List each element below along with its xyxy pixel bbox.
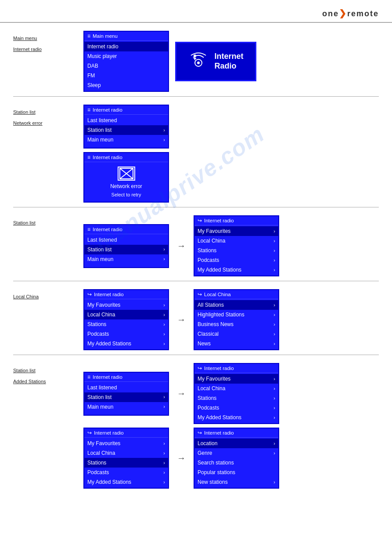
screen-item-label: Popular stations — [198, 468, 235, 476]
chevron-icon: › — [163, 340, 165, 348]
screen-item[interactable]: New stations› — [194, 477, 278, 487]
screen-item[interactable]: Station list› — [84, 125, 168, 135]
chevron-icon: › — [163, 311, 165, 319]
screen-item[interactable]: Sleep — [84, 80, 168, 90]
screen-item[interactable]: Stations› — [84, 458, 168, 468]
screen-title: Internet radio — [93, 227, 122, 232]
screen-item-label: Local China — [198, 237, 225, 245]
screen-item[interactable]: Genre› — [194, 448, 278, 458]
screen-title: Main menu — [93, 33, 118, 39]
screen-item[interactable]: Stations› — [194, 246, 278, 255]
screen-title-bar: ↪ Internet radio — [194, 216, 278, 225]
screen-item[interactable]: News› — [194, 339, 278, 348]
screen-item[interactable]: Main meun› — [84, 402, 168, 412]
screen-item-label: News — [198, 340, 211, 348]
screen-item-label: Location — [198, 439, 217, 447]
screen-item[interactable]: Location› — [194, 439, 278, 448]
screen-item[interactable]: Station list› — [84, 392, 168, 402]
chevron-icon: › — [163, 330, 165, 338]
screen-item[interactable]: All Stations› — [194, 300, 278, 310]
screen-item-label: Classical — [198, 330, 219, 338]
screen-item[interactable]: My Favourites› — [194, 374, 278, 384]
broken-image-icon — [118, 167, 135, 181]
chevron-icon: › — [163, 136, 165, 144]
side-labels: Station listAdded Stations — [13, 363, 83, 385]
screen-item[interactable]: Podcasts› — [194, 255, 278, 265]
screen-item[interactable]: Local China› — [84, 310, 168, 319]
screen-item-label: Genre — [198, 449, 212, 457]
screen-item[interactable]: Last listened — [84, 235, 168, 245]
screen-item[interactable]: Local China› — [84, 448, 168, 458]
screen-item[interactable]: Podcasts› — [84, 468, 168, 477]
screen-item[interactable]: Highlighted Stations› — [194, 310, 278, 319]
screen-item[interactable]: My Added Stations› — [84, 339, 168, 348]
screen-item[interactable]: Stations› — [84, 319, 168, 329]
screen-item[interactable]: Podcasts› — [84, 329, 168, 339]
arrow-between: → — [177, 453, 186, 463]
network-error-body: Network error Select to retry — [84, 162, 168, 202]
radio-icon — [188, 50, 209, 73]
screen-item[interactable]: Popular stations — [194, 468, 278, 477]
screen-icon: ≡ — [87, 374, 90, 380]
screen-item[interactable]: Local China› — [194, 236, 278, 246]
screen-item-label: My Favourites — [198, 375, 230, 383]
chevron-icon: › — [273, 301, 275, 309]
side-label: Internet radio — [13, 46, 83, 53]
svg-point-2 — [194, 54, 196, 57]
screen-item[interactable]: Local China› — [194, 384, 278, 393]
screen-item[interactable]: DAB — [84, 61, 168, 71]
screen-item-label: Business News — [198, 320, 234, 328]
screen-item-label: Stations — [87, 320, 106, 328]
screen-item[interactable]: Station list› — [84, 245, 168, 254]
screen-item[interactable]: FM — [84, 71, 168, 80]
screen-title: Internet radio — [94, 292, 124, 297]
chevron-icon: › — [163, 459, 165, 467]
screen-item[interactable]: My Favourites› — [84, 300, 168, 310]
screen-item[interactable]: Main meun› — [84, 254, 168, 264]
screen-item[interactable]: My Favourites› — [194, 226, 278, 236]
screen-item[interactable]: Last listened — [84, 383, 168, 392]
screen-items: My Favourites› Local China› Stations› Po… — [84, 438, 168, 488]
screen-item[interactable]: Main meun› — [84, 135, 168, 145]
side-label: Main menu — [13, 35, 83, 42]
screen-item-label: Internet radio — [87, 43, 119, 51]
screen-item-label: Local China — [87, 449, 115, 457]
screen-item-label: Highlighted Stations — [198, 311, 245, 319]
screen-title-bar: ↪ Local China — [194, 290, 278, 299]
screen-item[interactable]: Podcasts› — [194, 403, 278, 413]
side-label: Station list — [13, 367, 83, 374]
network-error-screen: ≡ Internet radio Network error Select to… — [83, 152, 169, 203]
screen-item[interactable]: Music player — [84, 51, 168, 61]
screen-item[interactable]: Classical› — [194, 329, 278, 339]
chevron-icon: › — [273, 330, 275, 338]
chevron-icon: › — [273, 479, 275, 486]
side-label: Station list — [13, 220, 83, 226]
chevron-icon: › — [273, 311, 275, 319]
screen-item[interactable]: Search stations — [194, 458, 278, 468]
side-labels: Station listNetwork error — [13, 105, 83, 127]
screen-item[interactable]: Last listened — [84, 116, 168, 125]
screen-item[interactable]: My Favourites› — [84, 439, 168, 448]
blue-screen: ↪ Internet radio My Favourites› Local Ch… — [194, 215, 279, 276]
screen-row-row4: ↪ Internet radio My Favourites› Local Ch… — [83, 289, 379, 350]
screen-item[interactable]: My Added Stations› — [194, 265, 278, 275]
screen-title: Internet radio — [204, 218, 234, 223]
screens-area: ≡ Internet radio Last listened Station l… — [83, 105, 379, 203]
screen-item[interactable]: Internet radio — [84, 42, 168, 51]
blue-screen: ≡ Main menu Internet radio Music player … — [83, 31, 169, 92]
screen-item[interactable]: My Added Stations› — [84, 477, 168, 487]
screen-item-label: Stations — [87, 459, 106, 467]
side-labels: Main menuInternet radio — [13, 31, 83, 53]
screen-item[interactable]: Business News› — [194, 319, 278, 329]
screen-item-label: Music player — [87, 52, 117, 60]
screen-icon: ↪ — [198, 218, 202, 224]
logo-text-before: one — [322, 9, 339, 18]
screen-item-label: Last listened — [87, 384, 117, 392]
screen-icon: ≡ — [87, 33, 90, 39]
screen-item[interactable]: My Added Stations› — [194, 413, 278, 422]
screen-icon: ↪ — [198, 365, 202, 371]
screen-item[interactable]: Stations› — [194, 393, 278, 403]
chevron-icon: › — [163, 246, 165, 253]
screen-item-label: DAB — [87, 62, 98, 70]
internet-radio-box: Internet Radio — [175, 42, 256, 81]
